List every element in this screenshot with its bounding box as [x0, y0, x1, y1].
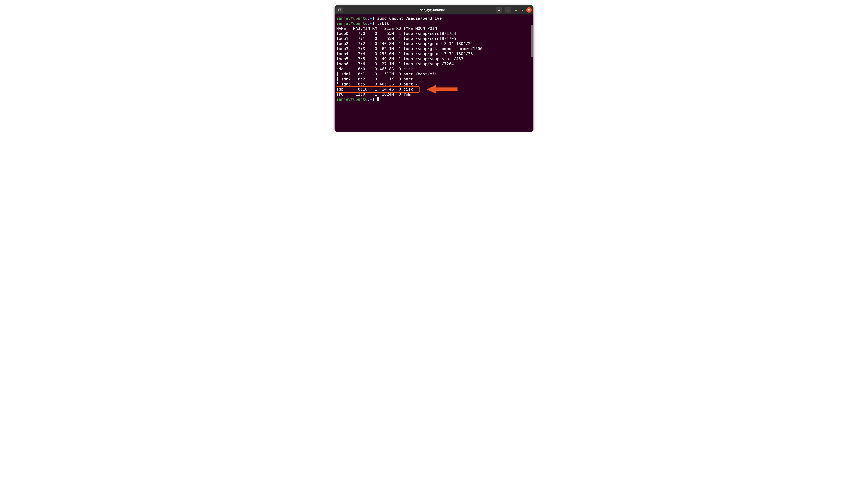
lsblk-row: sda 8:0 0 465.8G 0 disk — [336, 66, 532, 72]
prompt-userhost: sanjay@ubuntu — [336, 21, 368, 26]
lsblk-row: └─sda5 8:5 0 465.3G 0 part / — [336, 82, 532, 87]
minimize-icon — [515, 9, 517, 11]
lsblk-row: loop5 7:5 0 49.8M 1 loop /snap/snap-stor… — [336, 56, 532, 61]
search-button[interactable] — [496, 7, 502, 13]
lsblk-row: loop1 7:1 0 55M 1 loop /snap/core18/1705 — [336, 36, 532, 41]
titlebar[interactable]: sanjay@ubuntu: ~ — [335, 5, 533, 14]
prompt-userhost: sanjay@ubuntu — [336, 97, 368, 102]
svg-point-1 — [498, 9, 500, 11]
prompt-line-2: sanjay@ubuntu:~$ lsblk — [336, 21, 532, 26]
prompt-sigil: $ — [372, 21, 375, 26]
prompt-colon: : — [368, 21, 370, 26]
hamburger-menu-icon — [506, 8, 509, 11]
lsblk-row: loop0 7:0 0 55M 1 loop /snap/core18/1754 — [336, 31, 532, 36]
terminal-body[interactable]: sanjay@ubuntu:~$ sudo umount /media/pend… — [335, 14, 533, 132]
titlebar-right — [496, 7, 532, 13]
new-tab-icon — [338, 8, 341, 11]
prompt-path: ~ — [370, 97, 372, 102]
terminal-cursor — [377, 97, 379, 101]
prompt-line-3: sanjay@ubuntu:~$ — [336, 97, 532, 102]
scrollbar-thumb[interactable] — [531, 25, 533, 58]
close-icon — [528, 9, 530, 11]
lsblk-row: loop2 7:2 0 240.8M 1 loop /snap/gnome-3-… — [336, 41, 532, 46]
lsblk-row: ├─sda2 8:2 0 1K 0 part — [336, 77, 532, 82]
prompt-colon: : — [368, 97, 370, 102]
minimize-button[interactable] — [513, 7, 519, 13]
prompt-path: ~ — [370, 16, 372, 21]
close-button[interactable] — [526, 7, 532, 13]
terminal-window: sanjay@ubuntu: ~ — [335, 5, 533, 132]
prompt-sigil: $ — [372, 97, 375, 102]
search-icon — [497, 8, 501, 11]
lsblk-row: sr0 11:0 1 1024M 0 rom — [336, 92, 532, 97]
new-tab-button[interactable] — [336, 7, 343, 13]
lsblk-row: loop4 7:4 0 255.6M 1 loop /snap/gnome-3-… — [336, 51, 532, 56]
maximize-button[interactable] — [520, 7, 525, 13]
command-2: lsblk — [377, 21, 389, 26]
lsblk-row: loop3 7:3 0 62.1M 1 loop /snap/gtk-commo… — [336, 46, 532, 51]
prompt-userhost: sanjay@ubuntu — [336, 16, 368, 21]
prompt-colon: : — [368, 16, 370, 21]
prompt-path: ~ — [370, 21, 372, 26]
prompt-sigil: $ — [372, 16, 375, 21]
svg-rect-2 — [522, 9, 523, 11]
prompt-line-1: sanjay@ubuntu:~$ sudo umount /media/pend… — [336, 16, 532, 21]
lsblk-row: ├─sda1 8:1 0 512M 0 part /boot/efi — [336, 72, 532, 77]
titlebar-left — [336, 7, 344, 13]
command-1: sudo umount /media/pendrive — [377, 16, 442, 21]
lsblk-header: NAME MAJ:MIN RM SIZE RO TYPE MOUNTPOINT — [336, 26, 532, 31]
menu-button[interactable] — [504, 7, 511, 13]
lsblk-row: loop6 7:6 0 27.1M 1 loop /snap/snapd/726… — [336, 61, 532, 66]
maximize-icon — [521, 9, 524, 11]
lsblk-row: sdb 8:16 1 14.4G 0 disk — [336, 87, 532, 92]
